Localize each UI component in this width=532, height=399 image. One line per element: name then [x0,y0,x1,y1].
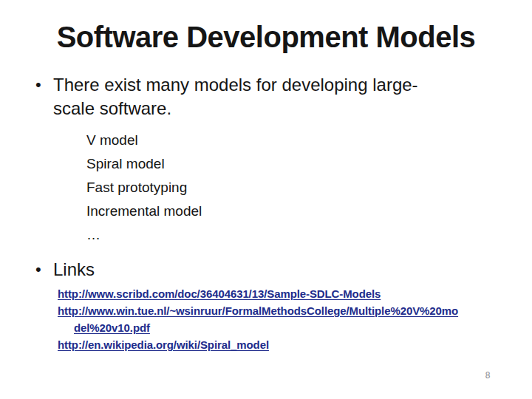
bullet-marker: • [35,258,53,281]
list-item-fast-prototyping: Fast prototyping [86,176,202,200]
list-item-v-model: V model [86,129,202,152]
link-text-line: http://en.wikipedia.org/wiki/Spiral_mode… [58,336,458,353]
link-wikipedia-spiral-model[interactable]: http://en.wikipedia.org/wiki/Spiral_mode… [58,336,458,353]
presentation-slide: Software Development Models • There exis… [0,0,532,399]
model-list: V model Spiral model Fast prototyping In… [86,129,202,247]
link-text-line: http://www.scribd.com/doc/36404631/13/Sa… [58,285,458,302]
list-item-spiral-model: Spiral model [86,152,202,176]
text-line: scale software. [53,97,418,120]
page-number: 8 [473,370,502,381]
bullet-item-links: • Links [35,258,95,282]
bullet-text-links: Links [53,258,95,282]
text-line: Links [53,258,95,282]
bullet-text-intro: There exist many models for developing l… [53,73,418,120]
links-block: http://www.scribd.com/doc/36404631/13/Sa… [58,285,458,353]
link-tue-formal-methods-pdf[interactable]: http://www.win.tue.nl/~wsinruur/FormalMe… [58,302,458,336]
list-item-ellipsis: … [86,223,202,247]
slide-title: Software Development Models [0,18,532,56]
bullet-marker: • [35,73,53,96]
list-item-incremental-model: Incremental model [86,200,202,223]
link-text-line: http://www.win.tue.nl/~wsinruur/FormalMe… [58,302,458,319]
text-line: There exist many models for developing l… [53,73,418,97]
link-scribd-sdlc-models[interactable]: http://www.scribd.com/doc/36404631/13/Sa… [58,285,458,302]
bullet-item-intro: • There exist many models for developing… [35,73,418,120]
link-text-line: del%20v10.pdf [58,319,458,336]
